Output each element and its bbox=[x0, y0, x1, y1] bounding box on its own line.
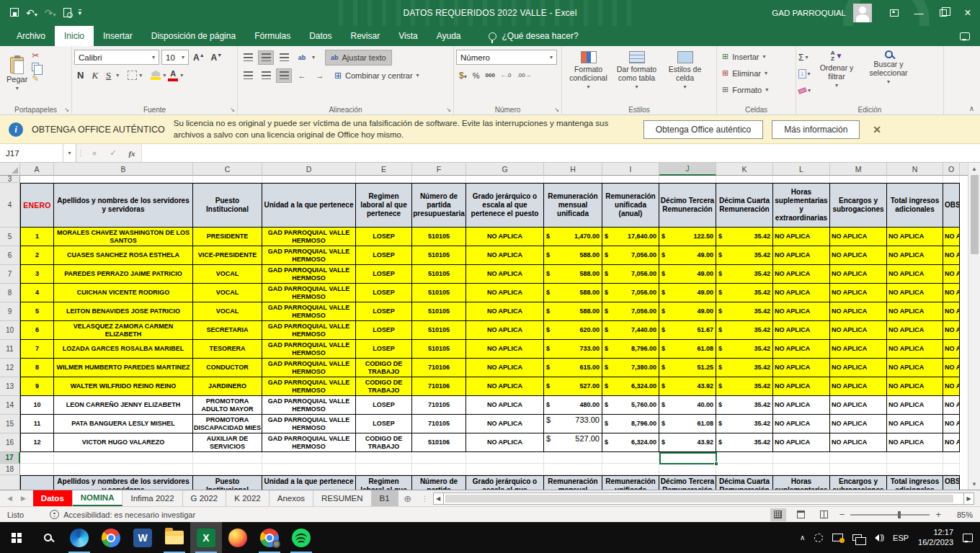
cell-L16[interactable]: NO APLICA bbox=[773, 433, 830, 452]
header-cell-K4[interactable]: Décima Cuarta Remuneración bbox=[716, 183, 773, 228]
taskbar-chrome[interactable] bbox=[95, 522, 127, 553]
cell-O11[interactable]: NO APLICA bbox=[943, 340, 960, 359]
cell-L17[interactable] bbox=[773, 452, 830, 464]
cell-A6[interactable]: 2 bbox=[20, 246, 54, 265]
column-header-E[interactable]: E bbox=[356, 163, 412, 176]
cell-G3[interactable] bbox=[466, 176, 544, 183]
cell-E18[interactable] bbox=[356, 464, 412, 475]
font-dialog-launcher[interactable]: ↘ bbox=[230, 107, 235, 113]
cell-D10[interactable]: GAD PARROQUIAL VALLE HERMOSO bbox=[262, 321, 356, 340]
page-layout-view-button[interactable] bbox=[793, 508, 809, 521]
cell-A9[interactable]: 5 bbox=[20, 302, 54, 321]
cell-F8[interactable]: 510105 bbox=[412, 284, 466, 302]
cell-N7[interactable]: NO APLICA bbox=[887, 265, 943, 284]
cell-E9[interactable]: LOSEP bbox=[356, 302, 412, 321]
cell-A14[interactable]: 10 bbox=[20, 396, 54, 415]
taskbar-file-explorer[interactable] bbox=[159, 522, 190, 553]
cell-K6[interactable]: $35.42 bbox=[716, 246, 773, 265]
cell-G17[interactable] bbox=[466, 452, 544, 464]
zoom-slider[interactable] bbox=[850, 514, 930, 516]
cell-O3[interactable] bbox=[943, 176, 960, 183]
cell-K15[interactable]: $35.42 bbox=[716, 415, 773, 433]
cell-J8[interactable]: $49.00 bbox=[659, 284, 716, 302]
header-cell-G4[interactable]: Grado jerárquico o escala al que pertene… bbox=[466, 183, 544, 228]
cell-M3[interactable] bbox=[830, 176, 887, 183]
cell-N16[interactable]: NO APLICA bbox=[887, 433, 943, 452]
cell-K17[interactable] bbox=[716, 452, 773, 464]
zoom-in-button[interactable]: + bbox=[935, 509, 941, 520]
cell-I17[interactable] bbox=[602, 452, 659, 464]
decrease-indent-button[interactable]: ← bbox=[294, 68, 310, 83]
cell-M7[interactable]: NO APLICA bbox=[830, 265, 887, 284]
sort-filter-button[interactable]: AZ▼ Ordenar y filtrar▾ bbox=[811, 48, 863, 103]
cell-O13[interactable]: NO APLICA bbox=[943, 377, 960, 396]
cell-C9[interactable]: VOCAL bbox=[193, 302, 262, 321]
cell-J6[interactable]: $49.00 bbox=[659, 246, 716, 265]
page-break-view-button[interactable] bbox=[816, 508, 832, 521]
cell-B16[interactable]: VICTOR HUGO VALAREZO bbox=[54, 433, 193, 452]
cell-H11[interactable]: $733.00 bbox=[544, 340, 602, 359]
cell-J12[interactable]: $51.25 bbox=[659, 359, 716, 377]
header-cell-Cx[interactable]: Puesto Institucional bbox=[193, 475, 262, 490]
more-info-button[interactable]: Más información bbox=[772, 120, 860, 139]
header-cell-Dx[interactable]: Unidad a la que pertenece bbox=[262, 475, 356, 490]
restore-button[interactable] bbox=[931, 0, 956, 26]
cell-A15[interactable]: 11 bbox=[20, 415, 54, 433]
taskbar-edge[interactable] bbox=[63, 522, 95, 553]
cell-G18[interactable] bbox=[466, 464, 544, 475]
minimize-button[interactable]: — bbox=[906, 0, 931, 26]
cell-C17[interactable] bbox=[193, 452, 262, 464]
cell-H14[interactable]: $480.00 bbox=[544, 396, 602, 415]
conditional-formatting-button[interactable]: Formato condicional▾ bbox=[564, 48, 612, 103]
confirm-entry-button[interactable]: ✓ bbox=[104, 144, 122, 162]
cell-J9[interactable]: $49.00 bbox=[659, 302, 716, 321]
cell-J14[interactable]: $40.00 bbox=[659, 396, 716, 415]
cell-D6[interactable]: GAD PARROQUIAL VALLE HERMOSO bbox=[262, 246, 356, 265]
clock[interactable]: 12:17 16/2/2023 bbox=[918, 528, 953, 548]
close-button[interactable]: × bbox=[956, 0, 980, 26]
display-tray-icon[interactable] bbox=[832, 534, 843, 541]
cell-E8[interactable]: LOSEP bbox=[356, 284, 412, 302]
cell-F6[interactable]: 510105 bbox=[412, 246, 466, 265]
vertical-scroll-thumb[interactable] bbox=[971, 175, 979, 254]
new-sheet-button[interactable]: ⊕ bbox=[398, 490, 417, 506]
font-size-combo[interactable]: 10▾ bbox=[161, 50, 189, 65]
header-cell-C4[interactable]: Puesto Institucional bbox=[193, 183, 262, 228]
cell-C10[interactable]: SECRETARIA bbox=[193, 321, 262, 340]
cell-H7[interactable]: $588.00 bbox=[544, 265, 602, 284]
cell-F5[interactable]: 510105 bbox=[412, 228, 466, 246]
cell-B7[interactable]: PAREDES PERRAZO JAIME PATRICIO bbox=[54, 265, 193, 284]
cell-M14[interactable]: NO APLICA bbox=[830, 396, 887, 415]
row-header-partial[interactable] bbox=[0, 475, 20, 490]
cell-N5[interactable]: NO APLICA bbox=[887, 228, 943, 246]
cell-L18[interactable] bbox=[773, 464, 830, 475]
cell-A5[interactable]: 1 bbox=[20, 228, 54, 246]
comments-button[interactable] bbox=[960, 26, 970, 46]
cell-F16[interactable]: 510106 bbox=[412, 433, 466, 452]
cell-C3[interactable] bbox=[193, 176, 262, 183]
row-header-17[interactable]: 17 bbox=[0, 452, 20, 464]
cell-B17[interactable] bbox=[54, 452, 193, 464]
header-cell-Bx[interactable]: Apellidos y nombres de los servidores y … bbox=[54, 475, 193, 490]
row-header-11[interactable]: 11 bbox=[0, 340, 20, 359]
cell-G11[interactable]: NO APLICA bbox=[466, 340, 544, 359]
fill-handle[interactable] bbox=[714, 462, 718, 466]
cell-H15[interactable]: $733.00 bbox=[544, 415, 602, 433]
column-header-M[interactable]: M bbox=[830, 163, 887, 176]
cell-H18[interactable] bbox=[544, 464, 602, 475]
customize-qat-button[interactable]: ▾ bbox=[79, 9, 82, 17]
cell-M17[interactable] bbox=[830, 452, 887, 464]
cell-A13[interactable]: 9 bbox=[20, 377, 54, 396]
header-cell-N4[interactable]: Total ingresos adicionales bbox=[887, 183, 943, 228]
header-cell-D4[interactable]: Unidad a la que pertenece bbox=[262, 183, 356, 228]
row-header-14[interactable]: 14 bbox=[0, 396, 20, 415]
cell-F11[interactable]: 510105 bbox=[412, 340, 466, 359]
cell-C7[interactable]: VOCAL bbox=[193, 265, 262, 284]
cell-F17[interactable] bbox=[412, 452, 466, 464]
column-header-F[interactable]: F bbox=[412, 163, 466, 176]
cell-A17[interactable] bbox=[20, 452, 54, 464]
underline-button[interactable]: S bbox=[103, 70, 114, 81]
cell-N17[interactable] bbox=[887, 452, 943, 464]
cell-I15[interactable]: $8,796.00 bbox=[602, 415, 659, 433]
cell-M13[interactable]: NO APLICA bbox=[830, 377, 887, 396]
